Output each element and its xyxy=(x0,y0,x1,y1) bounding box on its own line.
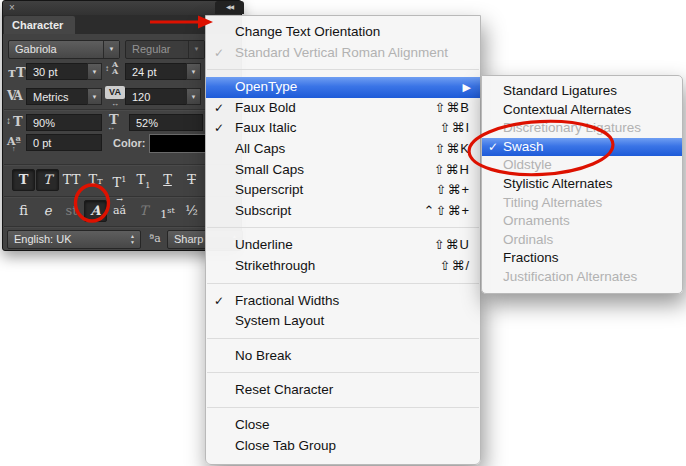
language-value: English: UK xyxy=(14,233,71,245)
shortcut-label: ⇧⌘+ xyxy=(436,180,470,201)
text-color-swatch[interactable] xyxy=(149,134,206,153)
tracking-dropdown[interactable]: ▼ xyxy=(186,88,201,105)
stylistic-alternates-button[interactable]: →aá xyxy=(108,200,131,222)
tracking-input[interactable]: 120 xyxy=(125,88,187,105)
updown-arrows-icon: ▲▼ xyxy=(128,233,137,245)
submenu-item-discretionary-ligatures: Discretionary Ligatures xyxy=(482,119,682,138)
menu-separator xyxy=(206,401,480,415)
close-icon[interactable]: × xyxy=(9,2,15,14)
collapse-panel-button[interactable]: ◀◀ xyxy=(215,1,244,14)
check-icon: ✓ xyxy=(214,43,224,64)
font-family-value: Gabriola xyxy=(15,43,57,55)
submenu-item-fractions[interactable]: Fractions xyxy=(482,249,682,268)
menu-item-close-tab-group[interactable]: Close Tab Group xyxy=(206,436,480,457)
check-icon: ✓ xyxy=(214,118,224,139)
kerning-input[interactable]: Metrics xyxy=(26,88,88,105)
shortcut-label: ⇧⌘I xyxy=(439,118,470,139)
shortcut-label: ⇧⌘H xyxy=(434,160,470,181)
submenu-item-contextual-alternates[interactable]: Contextual Alternates xyxy=(482,101,682,120)
shortcut-label: ⇧⌘/ xyxy=(439,256,470,277)
menu-item-standard-vertical-roman-alignment: ✓ Standard Vertical Roman Alignment xyxy=(206,43,480,64)
font-size-dropdown[interactable]: ▼ xyxy=(87,63,102,80)
leading-arrow-glyph: ↕ xyxy=(105,65,109,73)
faux-italic-button[interactable]: T xyxy=(36,169,59,191)
font-style-value: Regular xyxy=(132,43,171,55)
strikethrough-button[interactable]: T xyxy=(180,169,203,191)
chevron-down-icon[interactable]: ▼ xyxy=(103,41,119,58)
submenu-arrow-icon: ▶ xyxy=(463,77,471,98)
submenu-item-swash[interactable]: ✓ Swash xyxy=(482,138,682,157)
panel-titlebar: × xyxy=(3,1,241,16)
menu-separator xyxy=(206,63,480,77)
menu-item-change-text-orientation[interactable]: Change Text Orientation xyxy=(206,22,480,43)
check-icon: ✓ xyxy=(488,138,498,157)
fractions-button[interactable]: ½ xyxy=(180,200,203,222)
vertical-scale-icon: T xyxy=(13,114,23,129)
double-arrow-icon: ◀◀ xyxy=(226,4,233,10)
all-caps-button[interactable]: TT xyxy=(60,169,83,191)
font-family-select[interactable]: Gabriola ▼ xyxy=(8,40,120,59)
tab-character[interactable]: Character xyxy=(4,16,75,34)
menu-item-no-break[interactable]: No Break xyxy=(206,346,480,367)
baseline-arrow-glyph: ↑ xyxy=(12,145,16,153)
menu-item-strikethrough[interactable]: Strikethrough ⇧⌘/ xyxy=(206,256,480,277)
tracking-icon: VA xyxy=(105,86,125,99)
submenu-item-titling-alternates: Titling Alternates xyxy=(482,194,682,213)
font-size-icon: тT xyxy=(8,65,26,80)
menu-item-close[interactable]: Close xyxy=(206,415,480,436)
menu-item-faux-italic[interactable]: ✓ Faux Italic ⇧⌘I xyxy=(206,118,480,139)
chevron-down-icon: ▼ xyxy=(188,41,204,58)
color-label: Color: xyxy=(113,137,145,149)
menu-item-all-caps[interactable]: All Caps ⇧⌘K xyxy=(206,139,480,160)
menu-separator xyxy=(206,366,480,380)
antialias-value: Sharp xyxy=(174,233,203,245)
font-size-input[interactable]: 30 pt xyxy=(26,63,88,80)
small-caps-button[interactable]: TT xyxy=(84,169,107,191)
antialias-icon: ªa xyxy=(149,232,161,245)
shortcut-label: ⇧⌘K xyxy=(434,139,470,160)
menu-item-system-layout[interactable]: System Layout xyxy=(206,311,480,332)
leading-dropdown[interactable]: ▼ xyxy=(186,63,201,80)
shortcut-label: ⇧⌘B xyxy=(434,98,470,119)
shortcut-label: ⇧⌘U xyxy=(434,235,470,256)
menu-item-opentype[interactable]: OpenType ▶ xyxy=(206,77,480,98)
discretionary-ligatures-button: st xyxy=(60,200,83,222)
hscale-arrow-glyph: ↔ xyxy=(107,124,115,132)
menu-item-fractional-widths[interactable]: ✓ Fractional Widths xyxy=(206,291,480,312)
menu-item-superscript[interactable]: Superscript ⇧⌘+ xyxy=(206,180,480,201)
menu-item-small-caps[interactable]: Small Caps ⇧⌘H xyxy=(206,160,480,181)
kerning-dropdown[interactable]: ▼ xyxy=(87,88,102,105)
vertical-scale-input[interactable]: 90% xyxy=(26,114,102,131)
shortcut-label: ⌃⇧⌘+ xyxy=(424,201,470,222)
submenu-item-stylistic-alternates[interactable]: Stylistic Alternates xyxy=(482,175,682,194)
titling-alternates-button: T xyxy=(132,200,155,222)
swash-button[interactable]: A xyxy=(84,200,107,222)
submenu-item-ordinals: Ordinals xyxy=(482,231,682,250)
menu-separator xyxy=(206,277,480,291)
menu-item-underline[interactable]: Underline ⇧⌘U xyxy=(206,235,480,256)
leading-input[interactable]: 24 pt xyxy=(125,63,187,80)
subscript-button[interactable]: T1 xyxy=(132,169,155,191)
superscript-button[interactable]: T1 xyxy=(108,169,131,191)
underline-button[interactable]: T xyxy=(156,169,179,191)
menu-item-subscript[interactable]: Subscript ⌃⇧⌘+ xyxy=(206,201,480,222)
submenu-item-oldstyle: Oldstyle xyxy=(482,156,682,175)
menu-separator xyxy=(206,332,480,346)
language-select[interactable]: English: UK ▲▼ xyxy=(7,230,141,249)
screenshot-stage: × Character ◀◀ Gabriola ▼ Regular ▼ тT 3… xyxy=(0,0,686,466)
ordinals-button[interactable]: 1st xyxy=(156,200,179,222)
check-icon: ✓ xyxy=(214,98,224,119)
menu-item-reset-character[interactable]: Reset Character xyxy=(206,380,480,401)
vscale-arrow-glyph: ↕ xyxy=(6,117,11,125)
submenu-item-ornaments: Ornaments xyxy=(482,212,682,231)
faux-bold-button[interactable]: T xyxy=(12,169,35,191)
submenu-item-standard-ligatures[interactable]: Standard Ligatures xyxy=(482,82,682,101)
menu-item-faux-bold[interactable]: ✓ Faux Bold ⇧⌘B xyxy=(206,98,480,119)
baseline-shift-input[interactable]: 0 pt xyxy=(26,134,102,151)
contextual-alternates-button[interactable]: e xyxy=(36,200,59,222)
submenu-item-justification-alternates: Justification Alternates xyxy=(482,268,682,287)
horizontal-scale-input[interactable]: 52% xyxy=(129,114,203,131)
opentype-submenu: Standard Ligatures Contextual Alternates… xyxy=(481,75,683,294)
tracking-arrow-glyph: ↔ xyxy=(111,100,119,108)
standard-ligatures-button[interactable]: fi xyxy=(12,200,35,222)
